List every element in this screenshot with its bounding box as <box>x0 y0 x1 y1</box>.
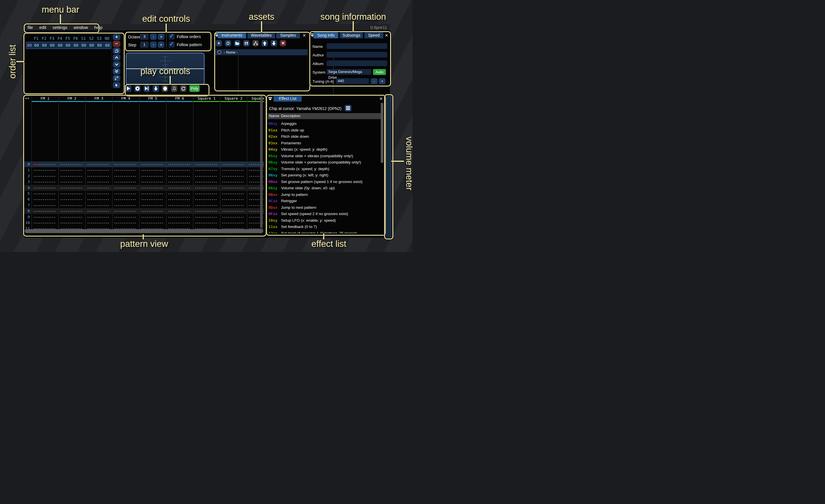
annotation-play-controls: play controls <box>140 66 190 76</box>
annotation-line <box>60 14 61 24</box>
annotation-line <box>261 21 262 32</box>
annotation-order-list: order list <box>7 45 18 79</box>
annotation-menu-bar: menu bar <box>42 5 79 15</box>
annotation-box-edit-controls <box>125 32 211 51</box>
annotation-line <box>166 23 167 32</box>
annotation-box-menu-bar <box>24 23 99 33</box>
annotation-line <box>391 161 404 162</box>
annotation-assets: assets <box>249 12 275 22</box>
annotation-box-effect-list <box>266 95 386 236</box>
annotation-box-pattern-view <box>23 95 267 237</box>
version-text: 0.6pre11 <box>370 25 390 30</box>
annotation-line <box>353 21 354 32</box>
annotation-volume-meter: volume meter <box>404 137 412 190</box>
annotation-edit-controls: edit controls <box>142 14 190 24</box>
annotation-box-volume-meter <box>384 94 393 239</box>
annotation-pattern-view: pattern view <box>120 239 168 249</box>
annotation-line <box>169 76 171 84</box>
annotation-box-order-list <box>23 33 125 94</box>
desktop-background: fileeditsettingswindowhelp 0.6pre11 F1F2… <box>0 0 412 252</box>
annotation-song-information: song information <box>320 12 386 22</box>
annotation-line <box>323 233 324 239</box>
annotation-box-assets <box>214 32 310 91</box>
annotation-effect-list: effect list <box>311 239 346 249</box>
annotation-box-song-information <box>309 31 391 86</box>
